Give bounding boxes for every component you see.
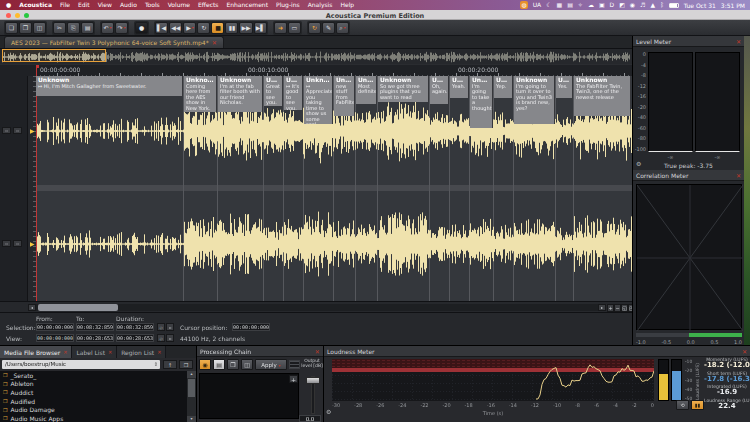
transcript-segment[interactable]: UnknownComing here from the AES show in … bbox=[184, 76, 217, 112]
view-snap-button[interactable]: ◇ bbox=[157, 334, 165, 342]
tab-media-file-browser[interactable]: Media File Browser✕ bbox=[0, 346, 72, 358]
apply-dropdown-icon[interactable]: ▾ bbox=[279, 363, 281, 368]
close-correlation-meter-icon[interactable]: ✕ bbox=[736, 170, 741, 181]
open-file-button[interactable]: ❐ bbox=[19, 22, 32, 34]
view-range-box[interactable] bbox=[2, 49, 106, 62]
file-scroll-thumb[interactable] bbox=[188, 379, 195, 397]
document-tab[interactable]: AES 2023 — FabFilter Twin 3 Polyphonic 6… bbox=[4, 36, 224, 48]
transcript-segment[interactable]: Unknownnew stuff from FabFilter. bbox=[334, 76, 355, 116]
output-level-slider-handle[interactable] bbox=[306, 377, 320, 384]
close-tab-icon[interactable]: ✕ bbox=[212, 39, 217, 46]
dropdown-arrow-icon[interactable]: ▾ bbox=[192, 25, 194, 30]
app-grid-icon[interactable]: ▣ bbox=[599, 1, 605, 9]
transcript-segment[interactable]: Unknown↦ Appreciate you taking time to s… bbox=[304, 76, 333, 124]
apply-button[interactable]: Apply ▾ bbox=[255, 359, 287, 370]
pause-button[interactable]: ▮▮ bbox=[225, 22, 238, 34]
ua-status-icon[interactable]: UA bbox=[533, 1, 542, 9]
file-scroll-up-button[interactable]: ▴ bbox=[187, 371, 196, 378]
parent-folder-button[interactable]: ↑ bbox=[163, 360, 177, 369]
channel1-mute-button[interactable]: ▫ bbox=[2, 127, 11, 134]
transcript-segment[interactable]: UnknownI'm going to turn it over to you … bbox=[514, 76, 555, 124]
selection-duration-field[interactable]: 00:08:32:859 bbox=[116, 323, 154, 331]
channel1-solo-button[interactable]: ▫ bbox=[13, 127, 22, 134]
go-to-end-button[interactable]: ▶▌ bbox=[254, 22, 267, 34]
paste-button[interactable]: ▤ bbox=[81, 22, 94, 34]
moon-icon[interactable]: ☾ bbox=[546, 1, 551, 9]
tab-region-list[interactable]: Region List✕ bbox=[117, 346, 166, 358]
record-button[interactable]: ● bbox=[135, 22, 148, 34]
file-list-item[interactable]: ❐_Serato_ bbox=[0, 371, 187, 380]
add-effect-button[interactable]: + bbox=[289, 375, 298, 383]
transcript-segment[interactable]: Unknown↦ It's good to see you. bbox=[284, 76, 303, 110]
color-app-icon[interactable]: ◩ bbox=[619, 1, 625, 9]
close-loudness-meter-icon[interactable]: ✕ bbox=[742, 346, 747, 357]
menu-effects[interactable]: Effects bbox=[198, 0, 218, 10]
menu-enhancement[interactable]: Enhancement bbox=[226, 0, 268, 10]
menu-help[interactable]: Help bbox=[340, 0, 354, 10]
scrollbar-thumb[interactable] bbox=[38, 304, 118, 311]
channel2-insert-marker[interactable]: ▶ bbox=[30, 241, 35, 247]
go-to-start-button[interactable]: ▌◀ bbox=[155, 22, 168, 34]
transcript-segment[interactable]: UnknownYes. bbox=[556, 76, 573, 98]
scrollbar-track[interactable] bbox=[36, 304, 598, 311]
transcript-segment[interactable]: UnknownYep. bbox=[494, 76, 513, 98]
channel1-insert-marker[interactable]: ▶ bbox=[30, 128, 35, 134]
selection-lock-button[interactable]: ▫ bbox=[166, 323, 174, 331]
overview-strip[interactable] bbox=[0, 49, 632, 63]
eject-icon[interactable]: ▲ bbox=[651, 1, 656, 9]
keyboard-icon[interactable]: ▦ bbox=[557, 1, 563, 9]
chain-open-button[interactable]: ❒ bbox=[227, 359, 239, 370]
menu-file[interactable]: File bbox=[60, 0, 70, 10]
view-from-field[interactable]: 00:00:00:000 bbox=[36, 334, 74, 342]
shortcuts-icon[interactable]: ✧ bbox=[578, 1, 583, 9]
channel2-solo-button[interactable]: ▫ bbox=[13, 240, 22, 247]
menu-plugins[interactable]: Plug-ins bbox=[276, 0, 300, 10]
file-scroll-down-button[interactable]: ▾ bbox=[187, 416, 196, 422]
menu-acoustica[interactable]: Acoustica bbox=[19, 0, 52, 10]
scroll-right-button[interactable]: ▸ bbox=[598, 304, 606, 311]
play-button[interactable]: ▶▾ bbox=[183, 22, 196, 34]
save-button[interactable]: ◫ bbox=[33, 22, 46, 34]
menu-analysis[interactable]: Analysis bbox=[308, 0, 333, 10]
menu-view[interactable]: View bbox=[98, 0, 112, 10]
zoom-out-button[interactable]: − bbox=[614, 304, 621, 312]
menu-audio[interactable]: Audio bbox=[120, 0, 137, 10]
transcript-segment[interactable]: UnknownGreat to see you. bbox=[264, 76, 283, 106]
transcript-segment[interactable]: UnknownSo we got three plugins that you … bbox=[378, 76, 429, 102]
transcript-segment[interactable]: UnknownThe FabFilter Twin, Twin3, one of… bbox=[574, 76, 631, 116]
dropdown-arrow-icon[interactable]: ▾ bbox=[344, 25, 346, 30]
chain-preset-display[interactable] bbox=[289, 360, 300, 369]
new-file-button[interactable]: ❏ bbox=[5, 22, 18, 34]
file-list-item[interactable]: ❐Audified bbox=[0, 397, 187, 406]
volume-icon[interactable]: ♬ bbox=[640, 1, 645, 9]
file-list-item[interactable]: ❐Audio Damage bbox=[0, 405, 187, 414]
zoom-tool-button[interactable]: ⌕▾ bbox=[336, 22, 349, 34]
copy-button[interactable]: ⎘ bbox=[67, 22, 80, 34]
loop-playback-button[interactable]: ↻ bbox=[197, 22, 210, 34]
display-mode-button[interactable]: ▭ bbox=[288, 22, 301, 34]
chain-save-button[interactable]: ◫ bbox=[241, 359, 253, 370]
file-list-item[interactable]: ❐Ableton bbox=[0, 380, 187, 389]
timeline-ruler[interactable] bbox=[0, 63, 632, 76]
cut-button[interactable]: ✂ bbox=[53, 22, 66, 34]
file-list-item[interactable]: ❐Audio Music Apps bbox=[0, 414, 187, 422]
goto-marker-button[interactable]: ➜ bbox=[274, 22, 287, 34]
chain-new-button[interactable]: ▤ bbox=[213, 359, 225, 370]
menu-tools[interactable]: Tools bbox=[145, 0, 160, 10]
cloud-icon[interactable]: ☁ bbox=[588, 1, 594, 9]
path-dropdown[interactable]: /Users/boestrup/Music ⇕ bbox=[2, 360, 160, 369]
selection-snap-button[interactable]: ◇ bbox=[157, 323, 165, 331]
close-level-meter-icon[interactable]: ✕ bbox=[736, 36, 741, 47]
view-duration-field[interactable]: 00:00:28:653 bbox=[116, 334, 154, 342]
file-list-item[interactable]: ❐Auddict bbox=[0, 388, 187, 397]
view-lock-button[interactable]: ▫ bbox=[166, 334, 174, 342]
transcript-segment[interactable]: UnknownMost definitely bbox=[356, 76, 377, 104]
cursor-position-field[interactable]: 00:00:00:000 bbox=[232, 323, 270, 331]
dropdown-arrow-icon[interactable]: ▾ bbox=[124, 25, 126, 30]
selection-to-field[interactable]: 00:08:32:859 bbox=[76, 323, 114, 331]
undo-button[interactable]: ↶▾ bbox=[101, 22, 114, 34]
selection-from-field[interactable]: 00:00:00:000 bbox=[36, 323, 74, 331]
transcript-segment[interactable]: Unknown↦ Hi, I'm Mitch Gallagher from Sw… bbox=[36, 76, 183, 96]
close-tab-icon[interactable]: ✕ bbox=[63, 349, 67, 355]
loudness-settings-icon[interactable]: ⚙ bbox=[326, 408, 331, 415]
